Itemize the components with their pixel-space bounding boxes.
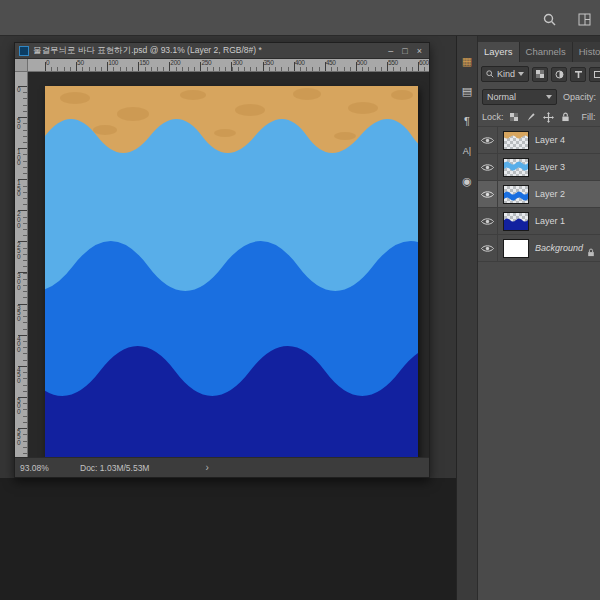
tab-history[interactable]: History (573, 42, 600, 62)
status-options-icon[interactable]: › (205, 462, 208, 473)
layers-panel: Layers Channels History Kind Normal Opac… (478, 36, 600, 600)
background-lock-icon (587, 243, 595, 261)
filter-kind-value: Kind (497, 69, 515, 79)
layer-row-background[interactable]: Background (478, 235, 600, 262)
blend-mode-row: Normal Opacity: (478, 86, 600, 108)
opacity-label: Opacity: (563, 92, 596, 102)
layer-name: Layer 1 (535, 216, 565, 226)
document-title: 물결무늬로 바다 표현하기.psd @ 93.1% (Layer 2, RGB/… (33, 45, 384, 57)
lock-position-icon[interactable] (542, 111, 555, 124)
visibility-eye-icon[interactable] (478, 208, 498, 234)
tab-channels[interactable]: Channels (520, 42, 573, 62)
shape-filter-icon[interactable] (589, 67, 600, 82)
adjustment-filter-icon[interactable] (551, 67, 567, 82)
layer-row-layer2[interactable]: Layer 2 (478, 181, 600, 208)
filter-search-icon (486, 70, 494, 78)
minimize-button[interactable]: – (388, 44, 393, 58)
layer-row-layer4[interactable]: Layer 4 (478, 127, 600, 154)
panel-tabbar: Layers Channels History (478, 36, 600, 62)
chevron-down-icon (546, 95, 552, 99)
ruler-top[interactable]: 050100150200250300350400450500550600 (28, 59, 429, 72)
psd-file-icon (19, 46, 29, 56)
paragraph-panel-icon[interactable]: ¶ (458, 112, 476, 130)
visibility-eye-icon[interactable] (478, 154, 498, 180)
layer-list: Layer 4 Layer 3 Layer 2 (478, 127, 600, 262)
pasteboard (28, 72, 429, 457)
layer-thumbnail[interactable] (503, 158, 529, 177)
layer-thumbnail[interactable] (503, 185, 529, 204)
blend-mode-value: Normal (487, 92, 516, 102)
document-window: 물결무늬로 바다 표현하기.psd @ 93.1% (Layer 2, RGB/… (14, 42, 430, 478)
chevron-down-icon (518, 72, 524, 76)
type-filter-icon[interactable] (570, 67, 586, 82)
layer-thumbnail[interactable] (503, 239, 529, 258)
libraries-panel-icon[interactable]: ▤ (458, 82, 476, 100)
layer-thumbnail[interactable] (503, 212, 529, 231)
wave-artwork (45, 86, 418, 457)
ruler-left[interactable]: 05 01 0 01 5 02 0 02 5 03 0 03 5 04 0 04… (15, 72, 28, 457)
layer-name: Layer 4 (535, 135, 565, 145)
application-bar (0, 0, 600, 36)
zoom-level-field[interactable]: 93.08% (20, 463, 78, 473)
layer-row-layer1[interactable]: Layer 1 (478, 208, 600, 235)
layer-name: Background (535, 243, 583, 253)
ruler-corner[interactable] (15, 59, 28, 72)
layer-name: Layer 3 (535, 162, 565, 172)
tab-layers[interactable]: Layers (478, 42, 520, 62)
lock-all-icon[interactable] (559, 111, 572, 124)
visibility-eye-icon[interactable] (478, 127, 498, 153)
workspace-switcher-icon[interactable] (578, 12, 591, 30)
document-titlebar[interactable]: 물결무늬로 바다 표현하기.psd @ 93.1% (Layer 2, RGB/… (15, 43, 429, 59)
lock-row: Lock: Fill: (478, 108, 600, 127)
character-panel-icon[interactable]: A| (458, 142, 476, 160)
search-icon[interactable] (543, 12, 556, 30)
fill-label: Fill: (582, 112, 596, 122)
status-bar: 93.08% Doc: 1.03M/5.53M › (15, 457, 429, 477)
document-size-readout: Doc: 1.03M/5.53M (80, 463, 149, 473)
layer-filter-row: Kind (478, 62, 600, 86)
panel-icon-strip: ▦ ▤ ¶ A| ◉ (456, 36, 478, 600)
layer-row-layer3[interactable]: Layer 3 (478, 154, 600, 181)
lock-transparency-icon[interactable] (508, 111, 521, 124)
blend-mode-select[interactable]: Normal (482, 89, 557, 105)
maximize-button[interactable]: □ (402, 44, 407, 58)
lock-label: Lock: (482, 112, 504, 122)
close-button[interactable]: × (417, 44, 422, 58)
canvas[interactable] (45, 86, 418, 457)
color-panel-icon[interactable]: ▦ (458, 52, 476, 70)
pixel-filter-icon[interactable] (532, 67, 548, 82)
layer-thumbnail[interactable] (503, 131, 529, 150)
adjustments-panel-icon[interactable]: ◉ (458, 172, 476, 190)
visibility-eye-icon[interactable] (478, 181, 498, 207)
filter-kind-select[interactable]: Kind (481, 66, 529, 82)
visibility-eye-icon[interactable] (478, 235, 498, 261)
layer-name: Layer 2 (535, 189, 565, 199)
lock-image-icon[interactable] (525, 111, 538, 124)
